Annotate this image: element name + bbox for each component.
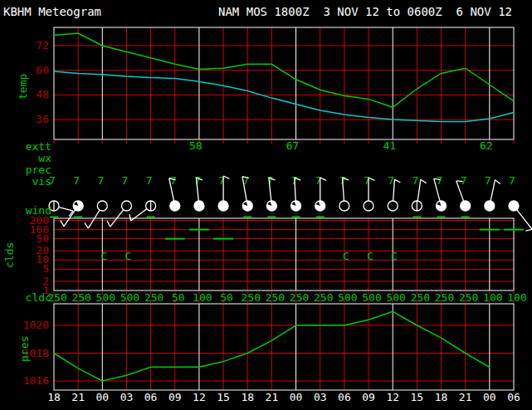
temp-ytick-label: 60 (36, 64, 49, 76)
cldc-values: 2502505005002505010050250250250250500500… (47, 291, 526, 304)
temp-ytick-label: 72 (36, 39, 49, 51)
temp-panel-border (54, 27, 514, 139)
hour-label: 21 (266, 391, 279, 403)
clds-ytick-labels: 200100502010521 (30, 214, 49, 296)
meteogram-chart: 7260483620010050201052110201018101618210… (0, 0, 532, 410)
vis-value: 7 (412, 174, 418, 187)
extt-row-label: extt (0, 141, 51, 152)
hour-label: 00 (483, 391, 496, 403)
meteogram-screen: 7260483620010050201052110201018101618210… (0, 0, 532, 410)
vis-value: 7 (97, 174, 104, 187)
extt-values: 58674162 (189, 139, 493, 152)
hour-label: 18 (241, 391, 254, 403)
vis-values: 77777777777777777777 (49, 174, 515, 187)
extt-value: 67 (286, 139, 300, 152)
hour-label: 06 (144, 391, 158, 403)
hour-label: 03 (314, 391, 327, 403)
clds-hgrid (54, 221, 514, 281)
pres-panel: 102010181016 (23, 304, 514, 390)
cldc-value: 250 (242, 291, 261, 304)
pres-axis-label: pres (18, 319, 31, 378)
cldc-value: 100 (507, 291, 526, 304)
cldc-value: 100 (483, 291, 502, 304)
ceiling-segments: CCCCC (50, 217, 524, 263)
hour-label: 12 (386, 391, 399, 403)
clear-mark: C (100, 250, 107, 262)
clear-mark: C (343, 250, 349, 262)
cldc-value: 50 (220, 291, 233, 304)
cldc-value: 500 (120, 291, 139, 304)
extt-value: 62 (480, 139, 493, 152)
clds-ytick-label: 50 (36, 232, 49, 245)
hour-label: 00 (95, 391, 109, 403)
vis-value: 7 (437, 174, 443, 187)
vis-value: 7 (509, 174, 515, 187)
vis-value: 7 (461, 174, 467, 187)
temp-ytick-labels: 72604836 (36, 39, 49, 125)
vis-value: 7 (194, 174, 201, 187)
hour-label: 21 (71, 391, 85, 403)
cldc-value: 250 (290, 291, 309, 304)
hour-label: 21 (459, 391, 472, 403)
hour-axis-labels: 1821000306091215182100030609121518210006 (47, 391, 520, 403)
wind-barb (49, 201, 73, 216)
clear-mark: C (125, 250, 132, 262)
vis-value: 7 (146, 174, 153, 187)
temp-axis-label: temp (17, 48, 29, 124)
clear-mark: C (391, 250, 398, 262)
cldc-value: 250 (459, 291, 478, 304)
cldc-value: 250 (266, 291, 285, 304)
wind-barb (107, 201, 131, 227)
vis-value: 7 (388, 174, 394, 187)
extt-value: 58 (189, 139, 203, 152)
temp-panel: 72604836 (36, 27, 514, 139)
vis-value: 7 (122, 174, 129, 187)
station-title: KBHM Meteogram (3, 5, 101, 18)
extt-value: 41 (383, 139, 396, 152)
cldc-value: 500 (96, 291, 115, 304)
hour-label: 18 (47, 391, 61, 403)
temp-ytick-label: 36 (36, 113, 49, 125)
wind-barb (61, 201, 83, 227)
cldc-value: 100 (193, 291, 212, 304)
cldc-value: 250 (435, 291, 454, 304)
hour-label: 03 (120, 391, 134, 403)
cldc-value: 500 (362, 291, 381, 304)
hour-label: 00 (290, 391, 303, 403)
clds-ytick-label: 5 (42, 262, 49, 275)
temp-ytick-label: 48 (36, 88, 49, 100)
clds-axis-label: clds (3, 222, 16, 287)
vis-row-label: vis (0, 176, 51, 187)
cldc-value: 50 (172, 291, 185, 304)
hour-label: 15 (217, 391, 230, 403)
wx-row-label: wx (0, 153, 51, 164)
vis-value: 7 (73, 174, 80, 187)
model-run-title: NAM MOS 1800Z 3 NOV 12 to 0600Z 6 NOV 12 (218, 5, 512, 18)
cldc-value: 250 (144, 291, 164, 304)
cldc-value: 250 (71, 291, 90, 304)
hour-label: 09 (168, 391, 182, 403)
hour-label: 18 (435, 391, 448, 403)
hour-label: 06 (507, 391, 520, 403)
cldc-value: 250 (314, 291, 333, 304)
temp-hgrid (54, 46, 514, 120)
prec-row-label: prec (0, 164, 51, 175)
cldc-row-label: cldc (0, 292, 51, 303)
hour-label: 15 (411, 391, 424, 403)
wind-row-label: wind (0, 205, 51, 216)
hour-label: 12 (193, 391, 206, 403)
vis-value: 7 (364, 174, 370, 187)
clds-vgrid (78, 218, 490, 290)
clear-mark: C (367, 250, 373, 262)
hour-label: 06 (338, 391, 351, 403)
clds-panel-border (54, 218, 514, 290)
wind-barb (85, 201, 107, 228)
tick-stubs-0 (54, 140, 514, 144)
cldc-value: 500 (386, 291, 405, 304)
wind-barb (509, 201, 532, 231)
pres-vgrid (78, 304, 490, 390)
hour-label: 09 (362, 391, 375, 403)
dewpoint-line (54, 71, 514, 122)
vis-value: 7 (315, 174, 322, 187)
vis-value: 7 (267, 174, 274, 187)
